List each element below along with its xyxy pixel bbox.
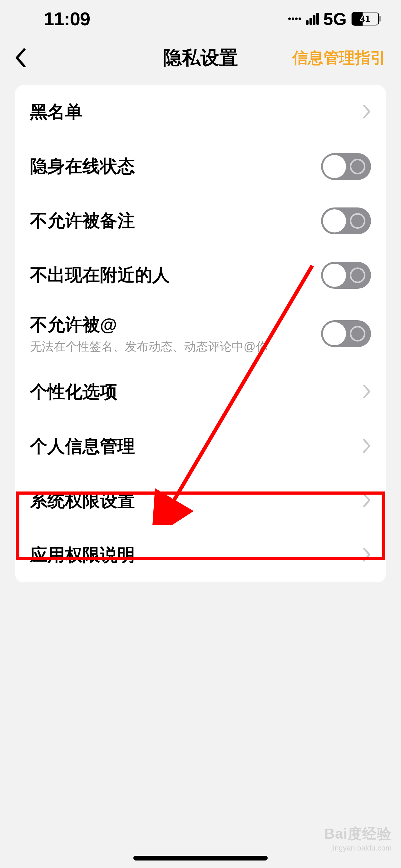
row-label: 不允许被备注 [30, 209, 135, 233]
row-label: 隐身在线状态 [30, 155, 135, 178]
battery-level: 41 [360, 13, 370, 24]
status-right: 5G 41 [288, 9, 379, 29]
row-label: 个性化选项 [30, 380, 118, 404]
chevron-right-icon [362, 384, 371, 400]
info-guide-link[interactable]: 信息管理指引 [292, 48, 386, 68]
nav-header: 隐私设置 信息管理指引 [0, 37, 401, 78]
status-bar: 11:09 5G 41 [0, 0, 401, 37]
page-title: 隐私设置 [163, 45, 238, 71]
toggle-invisible-online[interactable] [321, 153, 371, 180]
battery-icon: 41 [351, 12, 379, 26]
row-invisible-online: 隐身在线状态 [30, 140, 371, 194]
row-label: 系统权限设置 [30, 489, 135, 513]
row-label: 不允许被@ [30, 313, 268, 337]
row-no-nearby: 不出现在附近的人 [30, 248, 371, 303]
chevron-right-icon [362, 548, 371, 563]
row-sublabel: 无法在个性签名、发布动态、动态评论中@你 [30, 339, 268, 354]
toggle-no-at[interactable] [321, 320, 371, 347]
row-blacklist[interactable]: 黑名单 [30, 85, 371, 140]
watermark-main: Bai度经验 [324, 824, 392, 844]
home-indicator [133, 856, 268, 861]
toggle-no-remark[interactable] [321, 208, 371, 234]
watermark: Bai度经验 jingyan.baidu.com [324, 824, 392, 852]
settings-card: 黑名单 隐身在线状态 不允许被备注 不出现在附近的人 不允许被@ 无法在个性签名… [15, 85, 386, 582]
back-button[interactable] [15, 49, 34, 67]
row-personalization[interactable]: 个性化选项 [30, 365, 371, 419]
row-label: 个人信息管理 [30, 435, 135, 458]
row-app-permission[interactable]: 应用权限说明 [30, 528, 371, 582]
row-label: 黑名单 [30, 100, 82, 124]
row-label: 不出现在附近的人 [30, 264, 170, 287]
row-system-permission[interactable]: 系统权限设置 [30, 474, 371, 528]
row-personal-info[interactable]: 个人信息管理 [30, 419, 371, 474]
signal-bars-icon [306, 13, 319, 25]
toggle-no-nearby[interactable] [321, 262, 371, 289]
watermark-sub: jingyan.baidu.com [324, 844, 392, 852]
signal-dual-icon [288, 18, 301, 20]
row-label: 应用权限说明 [30, 544, 135, 567]
chevron-right-icon [362, 105, 371, 120]
status-time: 11:09 [44, 8, 90, 30]
chevron-left-icon [15, 49, 26, 67]
network-label: 5G [323, 9, 347, 29]
row-no-at: 不允许被@ 无法在个性签名、发布动态、动态评论中@你 [30, 303, 371, 365]
chevron-right-icon [362, 439, 371, 454]
chevron-right-icon [362, 493, 371, 508]
row-no-remark: 不允许被备注 [30, 194, 371, 248]
